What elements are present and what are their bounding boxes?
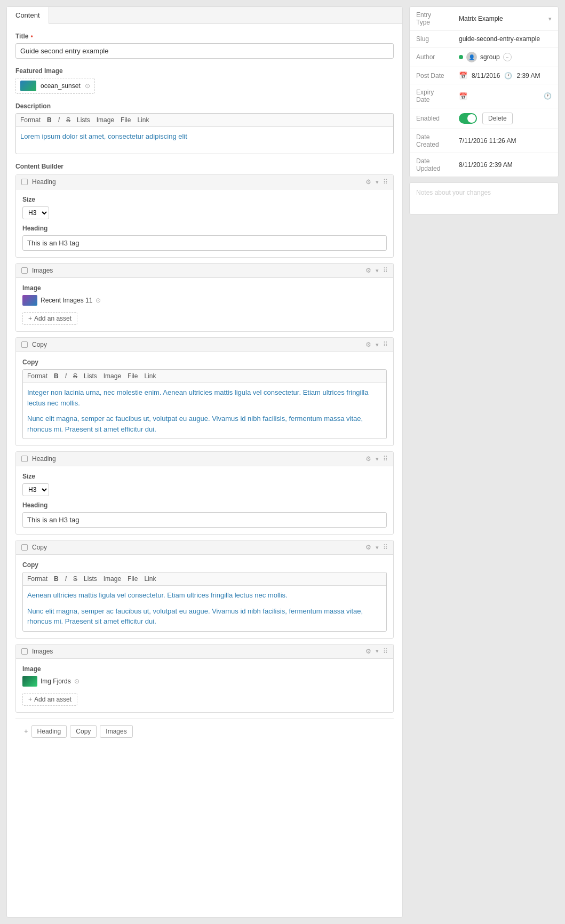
add-asset-plus-1: + bbox=[28, 315, 32, 322]
title-input[interactable] bbox=[15, 43, 394, 59]
copy-1-lists[interactable]: Lists bbox=[84, 372, 97, 380]
copy-1-bold[interactable]: B bbox=[54, 372, 59, 380]
block-images-2-gear[interactable]: ⚙ bbox=[365, 648, 371, 655]
size-select-1[interactable]: H3 H1 H2 H4 bbox=[22, 206, 49, 219]
fjord-remove[interactable]: ⊙ bbox=[74, 678, 79, 685]
featured-image-name: ocean_sunset bbox=[41, 82, 81, 90]
copy-2-file[interactable]: File bbox=[128, 575, 138, 583]
block-copy-2-chevron[interactable]: ▾ bbox=[376, 544, 379, 551]
block-copy-2-drag[interactable]: ⠿ bbox=[383, 544, 388, 551]
meta-table: Entry Type Matrix Example ▾ Slug guide-s… bbox=[410, 7, 558, 129]
copy-2-lists[interactable]: Lists bbox=[84, 575, 97, 583]
featured-image-asset[interactable]: ocean_sunset ⊙ bbox=[15, 78, 95, 94]
block-heading-2-gear[interactable]: ⚙ bbox=[365, 455, 371, 463]
block-heading-1-checkbox[interactable] bbox=[21, 179, 28, 185]
block-copy-1-chevron[interactable]: ▾ bbox=[376, 341, 379, 348]
block-copy-2-checkbox[interactable] bbox=[21, 544, 28, 551]
delete-button[interactable]: Delete bbox=[482, 113, 513, 124]
block-images-1-drag[interactable]: ⠿ bbox=[383, 267, 388, 274]
block-images-2-title: Images bbox=[32, 648, 53, 655]
block-heading-2-chevron[interactable]: ▾ bbox=[376, 456, 379, 463]
desc-file[interactable]: File bbox=[121, 116, 131, 124]
copy-2-toolbar: Format B I S Lists Image File Link bbox=[23, 572, 386, 586]
desc-strike[interactable]: S bbox=[66, 116, 70, 124]
block-images-2: Images ⚙ ▾ ⠿ Image Img Fjords ⊙ bbox=[15, 644, 394, 713]
heading-input-1[interactable] bbox=[22, 235, 387, 251]
copy-1-file[interactable]: File bbox=[128, 372, 138, 380]
copy-1-strike[interactable]: S bbox=[73, 372, 77, 380]
desc-link[interactable]: Link bbox=[137, 116, 149, 124]
add-images-button[interactable]: Images bbox=[100, 725, 132, 738]
date-updated-value: 8/11/2016 2:39 AM bbox=[452, 153, 558, 177]
block-copy-1-gear[interactable]: ⚙ bbox=[365, 341, 371, 348]
copy-2-bold[interactable]: B bbox=[54, 575, 59, 583]
block-images-2-checkbox[interactable] bbox=[21, 648, 28, 655]
copy-1-body[interactable]: Integer non lacinia urna, nec molestie e… bbox=[23, 383, 386, 439]
enabled-value: Delete bbox=[452, 108, 558, 129]
image-label-1: Image bbox=[22, 284, 387, 292]
block-heading-1-drag[interactable]: ⠿ bbox=[383, 178, 388, 186]
add-copy-button[interactable]: Copy bbox=[70, 725, 97, 738]
title-label: Title • bbox=[15, 33, 394, 40]
copy-2-body[interactable]: Aenean ultricies mattis ligula vel conse… bbox=[23, 586, 386, 631]
block-heading-2-drag[interactable]: ⠿ bbox=[383, 455, 388, 463]
images-2-asset-row: Img Fjords ⊙ bbox=[22, 676, 387, 687]
block-heading-2-checkbox[interactable] bbox=[21, 456, 28, 462]
desc-format[interactable]: Format bbox=[20, 116, 41, 124]
enabled-row: Enabled Delete bbox=[410, 108, 558, 129]
block-heading-2-header: Heading ⚙ ▾ ⠿ bbox=[16, 452, 393, 466]
add-heading-button[interactable]: Heading bbox=[31, 725, 67, 738]
heading-label-1: Heading bbox=[22, 225, 387, 232]
copy-2-italic[interactable]: I bbox=[65, 575, 67, 583]
copy-label-2: Copy bbox=[22, 561, 387, 569]
post-date-clock-icon: 🕐 bbox=[504, 72, 512, 79]
block-images-1-gear[interactable]: ⚙ bbox=[365, 267, 371, 274]
block-copy-1-drag[interactable]: ⠿ bbox=[383, 341, 388, 348]
date-created-label: Date Created bbox=[410, 129, 452, 153]
enabled-toggle[interactable] bbox=[459, 113, 477, 124]
add-asset-btn-1[interactable]: + Add an asset bbox=[22, 312, 77, 325]
copy-2-format[interactable]: Format bbox=[27, 575, 47, 583]
copy-1-format[interactable]: Format bbox=[27, 372, 47, 380]
tab-content[interactable]: Content bbox=[7, 7, 49, 24]
block-heading-1-chevron[interactable]: ▾ bbox=[376, 179, 379, 186]
size-select-2[interactable]: H3 H1 H2 H4 bbox=[22, 483, 49, 496]
slug-row: Slug guide-second-entry-example bbox=[410, 31, 558, 47]
copy-2-link[interactable]: Link bbox=[144, 575, 156, 583]
block-copy-1: Copy ⚙ ▾ ⠿ Copy Format B I bbox=[15, 337, 394, 446]
desc-bold[interactable]: B bbox=[47, 116, 52, 124]
block-images-1-checkbox[interactable] bbox=[21, 267, 28, 274]
featured-image-remove[interactable]: ⊙ bbox=[85, 82, 90, 90]
copy-1-image[interactable]: Image bbox=[104, 372, 121, 380]
recent-images-remove[interactable]: ⊙ bbox=[96, 297, 101, 304]
entry-type-label: Entry Type bbox=[410, 7, 452, 31]
block-copy-2-gear[interactable]: ⚙ bbox=[365, 544, 371, 551]
description-body[interactable]: Lorem ipsum dolor sit amet, consectetur … bbox=[16, 127, 393, 154]
block-images-2-drag[interactable]: ⠿ bbox=[383, 648, 388, 655]
desc-lists[interactable]: Lists bbox=[77, 116, 90, 124]
copy-2-image[interactable]: Image bbox=[104, 575, 121, 583]
block-heading-1-gear[interactable]: ⚙ bbox=[365, 178, 371, 186]
block-images-1-chevron[interactable]: ▾ bbox=[376, 267, 379, 274]
copy-2-editor: Format B I S Lists Image File Link Aenea… bbox=[22, 572, 387, 632]
block-copy-1-checkbox[interactable] bbox=[21, 341, 28, 348]
heading-input-2[interactable] bbox=[22, 512, 387, 528]
entry-type-chevron[interactable]: ▾ bbox=[548, 15, 552, 22]
expiry-date-clock-icon: 🕐 bbox=[544, 92, 552, 100]
post-date-calendar-icon[interactable]: 📅 bbox=[459, 71, 467, 79]
right-panel: Entry Type Matrix Example ▾ Slug guide-s… bbox=[409, 6, 559, 918]
expiry-date-value: 📅 🕐 bbox=[452, 84, 558, 108]
copy-1-link[interactable]: Link bbox=[144, 372, 156, 380]
copy-label-1: Copy bbox=[22, 359, 387, 366]
author-remove[interactable]: − bbox=[503, 53, 512, 61]
copy-2-strike[interactable]: S bbox=[73, 575, 77, 583]
notes-area[interactable]: Notes about your changes bbox=[409, 182, 559, 214]
desc-italic[interactable]: I bbox=[58, 116, 60, 124]
expiry-date-calendar-icon[interactable]: 📅 bbox=[459, 92, 467, 100]
block-images-2-chevron[interactable]: ▾ bbox=[376, 648, 379, 655]
desc-image[interactable]: Image bbox=[97, 116, 114, 124]
add-plus-icon: + bbox=[24, 727, 28, 735]
block-heading-1-body: Size H3 H1 H2 H4 Heading bbox=[16, 189, 393, 257]
copy-1-italic[interactable]: I bbox=[65, 372, 67, 380]
add-asset-btn-2[interactable]: + Add an asset bbox=[22, 693, 77, 706]
